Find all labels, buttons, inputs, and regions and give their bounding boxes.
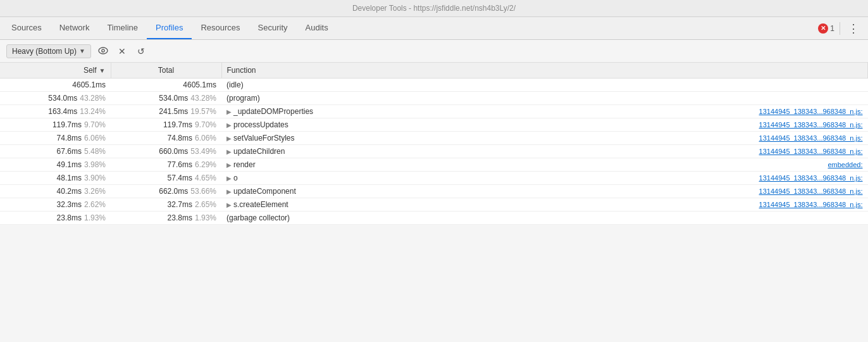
cell-function: ▶updateChildren13144945_138343...968348_… — [221, 145, 868, 158]
cell-total: 77.6ms6.29% — [111, 158, 221, 172]
source-link[interactable]: 13144945_138343...968348_n.js: — [759, 108, 863, 115]
total-ms: 662.0ms — [159, 187, 188, 196]
refresh-button[interactable]: ↺ — [134, 44, 148, 58]
self-ms: 67.6ms — [57, 147, 82, 156]
cell-total: 660.0ms53.49% — [111, 145, 221, 158]
table-row[interactable]: 32.3ms2.62%32.7ms2.65%▶s.createElement13… — [0, 198, 868, 212]
self-ms: 163.4ms — [48, 107, 77, 116]
source-link[interactable]: 13144945_138343...968348_n.js: — [759, 148, 863, 155]
self-ms: 74.8ms — [57, 134, 82, 142]
tab-profiles[interactable]: Profiles — [147, 17, 192, 39]
col-header-total[interactable]: Total — [111, 63, 221, 79]
table-row[interactable]: 534.0ms43.28%534.0ms43.28%(program) — [0, 92, 868, 105]
function-name: (idle) — [226, 80, 244, 89]
cell-self: 534.0ms43.28% — [0, 92, 111, 105]
cell-self: 4605.1ms — [0, 79, 111, 92]
source-link[interactable]: 13144945_138343...968348_n.js: — [759, 174, 863, 182]
self-pct: 1.93% — [84, 213, 106, 222]
source-link[interactable]: 13144945_138343...968348_n.js: — [759, 201, 863, 208]
cell-total: 119.7ms9.70% — [111, 118, 221, 132]
more-button[interactable]: ⋮ — [845, 23, 862, 34]
tab-resources[interactable]: Resources — [192, 17, 249, 39]
source-link[interactable]: 13144945_138343...968348_n.js: — [759, 134, 863, 142]
total-pct: 9.70% — [195, 120, 216, 129]
table-row[interactable]: 119.7ms9.70%119.7ms9.70%▶processUpdates1… — [0, 118, 868, 132]
table-row[interactable]: 23.8ms1.93%23.8ms1.93%(garbage collector… — [0, 212, 868, 225]
source-link[interactable]: 13144945_138343...968348_n.js: — [759, 121, 863, 129]
expand-arrow-icon[interactable]: ▶ — [226, 108, 232, 115]
total-pct: 6.06% — [195, 134, 216, 142]
cell-self: 163.4ms13.24% — [0, 105, 111, 118]
self-pct: 13.24% — [80, 107, 106, 116]
expand-arrow-icon[interactable]: ▶ — [226, 188, 232, 195]
table-row[interactable]: 49.1ms3.98%77.6ms6.29%▶renderembedded: — [0, 158, 868, 172]
eye-button[interactable] — [96, 44, 110, 58]
expand-arrow-icon[interactable]: ▶ — [226, 201, 232, 208]
cell-self: 23.8ms1.93% — [0, 212, 111, 225]
self-pct: 3.26% — [84, 187, 106, 196]
total-ms: 119.7ms — [163, 120, 192, 129]
tab-separator — [840, 22, 840, 35]
total-ms: 23.8ms — [168, 213, 192, 222]
self-pct: 43.28% — [80, 94, 106, 103]
self-ms: 23.8ms — [57, 213, 82, 222]
expand-arrow-icon[interactable]: ▶ — [226, 135, 232, 142]
cell-total: 74.8ms6.06% — [111, 132, 221, 145]
error-icon: ✕ — [818, 23, 828, 34]
function-name: _updateDOMProperties — [233, 107, 313, 116]
tab-sources[interactable]: Sources — [3, 17, 51, 39]
table-row[interactable]: 48.1ms3.90%57.4ms4.65%▶o13144945_138343.… — [0, 172, 868, 185]
col-header-function: Function — [221, 63, 868, 79]
cell-function: (garbage collector) — [221, 212, 868, 225]
self-pct: 3.98% — [84, 160, 106, 169]
total-pct: 4.65% — [195, 174, 216, 182]
table-row[interactable]: 4605.1ms4605.1ms(idle) — [0, 79, 868, 92]
total-pct: 53.49% — [190, 147, 216, 156]
source-link[interactable]: embedded: — [828, 161, 862, 168]
self-ms: 534.0ms — [48, 94, 77, 103]
cell-function: ▶s.createElement13144945_138343...968348… — [221, 198, 868, 212]
self-ms: 48.1ms — [57, 174, 82, 182]
col-header-self[interactable]: Self ▼ — [0, 63, 111, 79]
svg-point-1 — [102, 49, 104, 51]
function-name: o — [233, 174, 238, 182]
cell-total: 23.8ms1.93% — [111, 212, 221, 225]
tab-security[interactable]: Security — [249, 17, 297, 39]
source-link[interactable]: 13144945_138343...968348_n.js: — [759, 187, 863, 195]
chevron-down-icon: ▼ — [79, 48, 85, 54]
total-pct: 53.66% — [190, 187, 216, 196]
error-badge[interactable]: ✕ 1 — [818, 23, 834, 34]
table-row[interactable]: 163.4ms13.24%241.5ms19.57%▶_updateDOMPro… — [0, 105, 868, 118]
close-icon: ✕ — [118, 46, 126, 56]
expand-arrow-icon[interactable]: ▶ — [226, 175, 232, 182]
title-text: Developer Tools - https://jsfiddle.net/n… — [352, 4, 516, 13]
table-row[interactable]: 67.6ms5.48%660.0ms53.49%▶updateChildren1… — [0, 145, 868, 158]
self-pct: 3.90% — [84, 174, 106, 182]
total-ms: 4605.1ms — [183, 80, 216, 89]
tab-timeline[interactable]: Timeline — [98, 17, 147, 39]
total-pct: 6.29% — [195, 160, 216, 169]
self-pct: 6.06% — [84, 134, 106, 142]
table-row[interactable]: 40.2ms3.26%662.0ms53.66%▶updateComponent… — [0, 185, 868, 198]
tab-audits[interactable]: Audits — [297, 17, 337, 39]
cell-function: ▶o13144945_138343...968348_n.js: — [221, 172, 868, 185]
expand-arrow-icon[interactable]: ▶ — [226, 148, 232, 155]
cell-function: ▶processUpdates13144945_138343...968348_… — [221, 118, 868, 132]
function-name: (garbage collector) — [226, 213, 290, 222]
close-button[interactable]: ✕ — [115, 44, 129, 58]
profile-table-wrapper: Self ▼ Total Function 4605.1ms4605.1ms(i… — [0, 63, 868, 323]
table-row[interactable]: 74.8ms6.06%74.8ms6.06%▶setValueForStyles… — [0, 132, 868, 145]
cell-self: 67.6ms5.48% — [0, 145, 111, 158]
self-ms: 32.3ms — [57, 200, 82, 209]
svg-point-0 — [99, 48, 108, 54]
profile-type-dropdown[interactable]: Heavy (Bottom Up) ▼ — [6, 44, 91, 58]
function-name: (program) — [226, 94, 260, 103]
cell-function: ▶setValueForStyles13144945_138343...9683… — [221, 132, 868, 145]
total-ms: 57.4ms — [168, 174, 192, 182]
expand-arrow-icon[interactable]: ▶ — [226, 122, 232, 129]
function-name: setValueForStyles — [233, 134, 295, 142]
expand-arrow-icon[interactable]: ▶ — [226, 162, 232, 168]
cell-function: ▶updateComponent13144945_138343...968348… — [221, 185, 868, 198]
self-ms: 4605.1ms — [72, 80, 106, 89]
tab-network[interactable]: Network — [51, 17, 99, 39]
